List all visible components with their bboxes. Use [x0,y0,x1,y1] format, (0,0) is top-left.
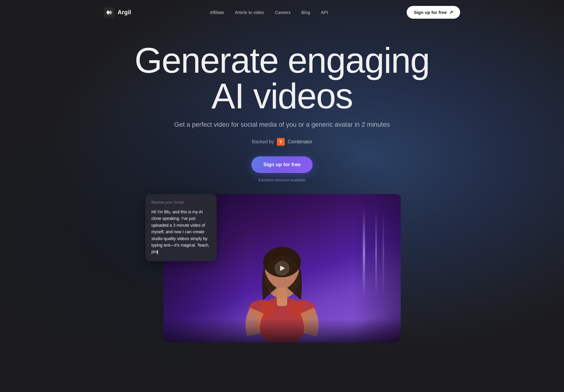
earlybird-text: Earlybird discount available [6,178,558,182]
script-card: Review your Script Hi! I'm Blu, and this… [145,194,217,261]
hero-title: Generate engaging AI videos [6,42,558,114]
hero-title-line1: Generate engaging [134,40,430,80]
script-card-title: Review your Script [151,200,211,204]
hero-subtitle: Get a perfect video for social media of … [6,121,558,128]
hero-cta-label: Sign up for free [263,162,301,168]
nav-link-api[interactable]: API [321,10,328,15]
nav-signup-label: Sign up for free [414,10,447,15]
hero-cta-button[interactable]: Sign up for free [251,156,313,173]
logo-icon [104,7,115,18]
demo-section: Review your Script Hi! I'm Blu, and this… [89,194,475,342]
nav-link-affiliate[interactable]: Affiliate [210,10,224,15]
yc-badge: Y [277,138,285,146]
hero-title-line2: AI videos [211,76,353,116]
nav-link-blog[interactable]: Blog [301,10,310,15]
nav-links: Affiliate Article to video Careers Blog … [210,10,328,15]
backed-by: Backed by Y Combinator [6,138,558,146]
nav-signup-arrow: ↗ [449,9,453,15]
cursor-blink [157,250,158,254]
video-play-button[interactable] [275,261,289,275]
nav-link-article-to-video[interactable]: Article to video [235,10,264,15]
logo[interactable]: Argil [104,7,131,18]
demo-container: Review your Script Hi! I'm Blu, and this… [163,194,401,342]
navbar: Argil Affiliate Article to video Careers… [89,0,475,25]
hero-section: Generate engaging AI videos Get a perfec… [0,25,564,182]
combinator-text: Combinator [288,139,312,145]
nav-link-careers[interactable]: Careers [275,10,291,15]
logo-text: Argil [118,9,131,16]
nav-signup-button[interactable]: Sign up for free ↗ [407,6,460,19]
video-bottom-fade [163,319,401,342]
page-wrapper: Argil Affiliate Article to video Careers… [0,0,564,392]
backed-by-label: Backed by [252,139,274,145]
play-icon [280,266,285,271]
script-card-text: Hi! I'm Blu, and this is my AI clone spe… [151,209,211,255]
